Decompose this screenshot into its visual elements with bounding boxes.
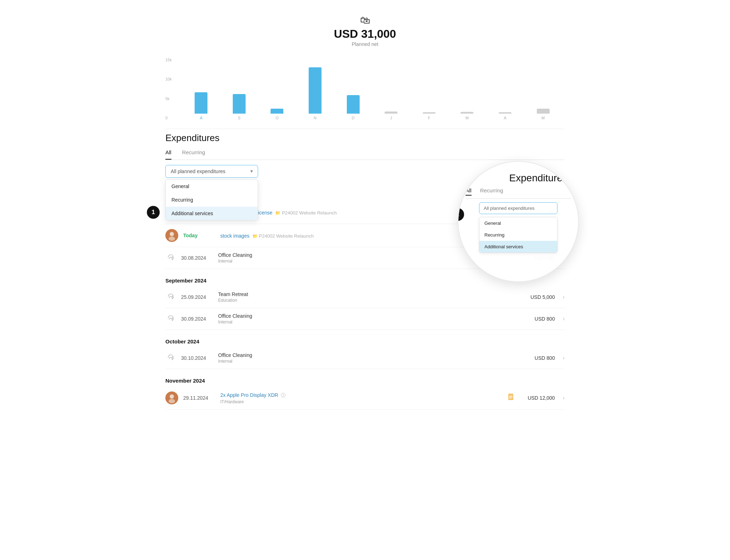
item-subtitle: Internal: [218, 320, 502, 325]
option-general[interactable]: General: [166, 180, 258, 193]
magnify-overlay: 2 Expenditures All Recurring All planned…: [458, 161, 579, 282]
section-3: November 202429.11.20242x Apple Pro Disp…: [165, 378, 565, 410]
bar-nov: [309, 67, 322, 114]
chart-bars-container: A S O N D J F: [180, 58, 565, 120]
bar-feb: [423, 112, 436, 114]
section-1: September 202425.09.2024Team RetreatEduc…: [165, 278, 565, 330]
folder-icon: 📁: [252, 234, 258, 239]
y-label-0: 0: [165, 116, 172, 120]
tab-recurring[interactable]: Recurring: [182, 149, 205, 160]
file-attachment-icon[interactable]: [507, 393, 515, 403]
y-label-5k: 5k: [165, 97, 172, 101]
x-label-n: N: [314, 116, 317, 120]
bar-group-aug: A: [183, 92, 219, 120]
table-row: 30.10.2024Office CleaningInternalUSD 800…: [165, 347, 565, 369]
section-2: October 202430.10.2024Office CleaningInt…: [165, 338, 565, 369]
svg-point-8: [170, 232, 174, 236]
item-amount: USD 800: [523, 355, 555, 361]
svg-rect-18: [509, 396, 513, 396]
table-row: 25.09.2024Team RetreatEducationUSD 5,000…: [165, 286, 565, 308]
chart-y-labels: 15k 10k 5k 0: [165, 58, 172, 129]
x-label-a2: A: [504, 116, 506, 120]
recurring-cycle-icon: [165, 314, 176, 324]
expenditures-title: Expenditures: [165, 133, 220, 144]
item-subtitle: IT/Hardware: [220, 399, 502, 404]
dropdown-menu: General Recurring Additional services: [165, 179, 258, 221]
item-amount: USD 12,000: [523, 395, 555, 401]
item-amount: USD 800: [523, 316, 555, 322]
y-label-15k: 15k: [165, 58, 172, 62]
svg-point-16: [169, 399, 175, 403]
magnify-tabs: All Recurring: [466, 187, 571, 199]
bar-group-feb: F: [411, 112, 447, 120]
item-title: Team Retreat: [218, 291, 502, 297]
bar-group-oct: O: [259, 109, 295, 120]
table-row: 29.11.20242x Apple Pro Display XDR ⓘIT/H…: [165, 387, 565, 410]
folder-icon: 📁: [275, 211, 281, 216]
magnify-option-additional[interactable]: Additional services: [479, 241, 557, 253]
item-info: Office CleaningInternal: [218, 252, 502, 264]
magnify-title: Expenditures: [509, 172, 567, 184]
item-date: 30.09.2024: [181, 316, 213, 322]
magnify-dropdown-menu: General Recurring Additional services: [479, 217, 557, 253]
tab-all[interactable]: All: [165, 149, 171, 160]
section-heading-2: October 2024: [165, 338, 565, 347]
bar-group-nov: N: [297, 67, 333, 120]
magnify-option-general[interactable]: General: [479, 217, 557, 229]
badge-2: 2: [458, 208, 464, 221]
avatar: [165, 229, 178, 242]
item-title-link[interactable]: 2x Apple Pro Display XDR: [220, 392, 278, 398]
bar-group-mar: M: [449, 112, 485, 120]
avatar: [165, 392, 178, 404]
x-label-j1: J: [390, 116, 392, 120]
section-heading-3: November 2024: [165, 378, 565, 387]
expand-chevron-icon[interactable]: ›: [563, 355, 565, 361]
dropdown-arrow-icon: ▼: [250, 169, 254, 174]
magnify-tab-all[interactable]: All: [466, 187, 472, 196]
svg-rect-19: [509, 397, 513, 398]
item-project: 📁 P24002 Website Relaunch: [275, 210, 336, 216]
magnify-option-recurring[interactable]: Recurring: [479, 229, 557, 241]
bar-oct: [271, 109, 283, 114]
table-row: 30.09.2024Office CleaningInternalUSD 800…: [165, 308, 565, 330]
item-subtitle: Internal: [218, 359, 502, 364]
item-date: 30.10.2024: [181, 355, 213, 361]
item-project: 📁 P24002 Website Relaunch: [252, 233, 314, 239]
x-label-d: D: [352, 116, 355, 120]
bar-sep: [233, 94, 246, 114]
bar-group-apr: A: [487, 112, 523, 120]
bar-may: [537, 109, 550, 114]
expand-chevron-icon[interactable]: ›: [563, 395, 565, 401]
dropdown-wrapper: ▼ General Recurring Additional services: [165, 165, 258, 178]
option-additional-services[interactable]: Additional services: [166, 207, 258, 220]
info-icon[interactable]: ⓘ: [280, 393, 286, 398]
recurring-cycle-icon: [165, 292, 176, 302]
expand-chevron-icon[interactable]: ›: [563, 316, 565, 322]
item-subtitle: Education: [218, 298, 502, 303]
magnify-dropdown[interactable]: All planned expenditures: [479, 202, 557, 214]
item-title: Office Cleaning: [218, 313, 502, 319]
bar-group-may: M: [525, 109, 561, 120]
magnify-tab-recurring[interactable]: Recurring: [480, 187, 503, 196]
expenditure-filter-dropdown[interactable]: [165, 165, 258, 178]
y-label-10k: 10k: [165, 77, 172, 81]
svg-point-15: [170, 394, 174, 399]
item-info: 2x Apple Pro Display XDR ⓘIT/Hardware: [220, 392, 502, 404]
bar-mar: [461, 112, 473, 114]
bar-group-sep: S: [221, 94, 257, 120]
item-date: Today: [183, 233, 215, 238]
bar-aug: [195, 92, 207, 114]
bar-dec: [347, 95, 360, 114]
recurring-cycle-icon: [165, 253, 176, 263]
svg-point-9: [169, 237, 175, 241]
planned-amount: USD 31,000: [165, 27, 565, 41]
tabs-row: All Recurring: [165, 149, 565, 160]
item-info: Office CleaningInternal: [218, 313, 502, 325]
option-recurring[interactable]: Recurring: [166, 193, 258, 207]
bar-group-dec: D: [335, 95, 371, 120]
expand-chevron-icon[interactable]: ›: [563, 294, 565, 300]
item-title: Office Cleaning: [218, 352, 502, 358]
planned-label: Planned net: [165, 41, 565, 47]
x-label-m1: M: [466, 116, 469, 120]
item-title-link[interactable]: stock images: [220, 233, 250, 239]
